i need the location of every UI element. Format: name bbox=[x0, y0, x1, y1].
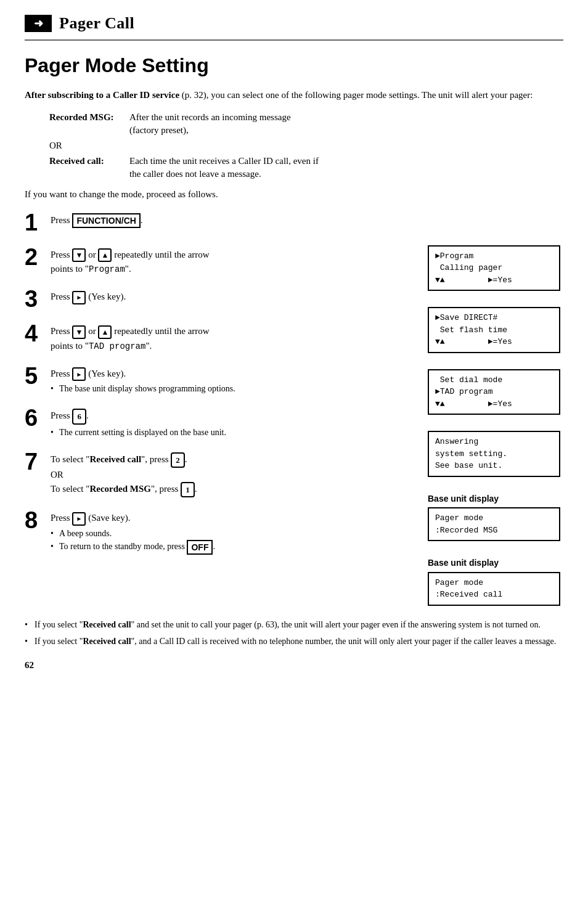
step-num-8: 8 bbox=[25, 508, 51, 532]
intro-text: After subscribing to a Caller ID service… bbox=[25, 88, 563, 102]
header-rule bbox=[25, 39, 563, 41]
lcd-display-5: Pager mode :Recorded MSG bbox=[428, 507, 560, 541]
down-arrow-key-4: ▼ bbox=[72, 325, 86, 339]
step-8-sub-2: To return to the standby mode, press OFF… bbox=[51, 540, 415, 555]
display-group-4: Answering system setting. See base unit. bbox=[428, 431, 563, 477]
up-arrow-key-4: ▲ bbox=[98, 325, 112, 339]
footer-notes: If you select "Received call" and set th… bbox=[25, 618, 563, 648]
desc-section: Recorded MSG: After the unit records an … bbox=[49, 111, 563, 181]
step-num-1: 1 bbox=[25, 211, 51, 234]
function-ch-key: FUNCTION/CH bbox=[72, 213, 140, 228]
lcd-display-4: Answering system setting. See base unit. bbox=[428, 431, 560, 477]
play-key-3: ► bbox=[72, 291, 86, 304]
lcd-display-2: ►Save DIRECT# Set flash time ▼▲ ►=Yes bbox=[428, 307, 560, 353]
step-7: 7 To select "Received call", press 2. OR… bbox=[25, 450, 415, 498]
proceed-text: If you want to change the mode, proceed … bbox=[25, 188, 563, 201]
key-6: 6 bbox=[72, 409, 86, 425]
header-title: Pager Call bbox=[59, 12, 134, 35]
step-4: 4 Press ▼ or ▲ repeatedly until the arro… bbox=[25, 322, 415, 353]
step-5-subs: The base unit display shows programming … bbox=[51, 382, 415, 395]
desc-label-recorded: Recorded MSG: bbox=[49, 111, 129, 137]
step-num-3: 3 bbox=[25, 287, 51, 311]
steps-left: 1 Press FUNCTION/CH. 2 Press ▼ or ▲ repe… bbox=[25, 211, 415, 606]
lcd-display-6: Pager mode :Received call bbox=[428, 572, 560, 606]
page-title: Pager Mode Setting bbox=[25, 52, 563, 80]
intro-bold: After subscribing to a Caller ID service bbox=[25, 90, 179, 100]
step-6: 6 Press 6. The current setting is displa… bbox=[25, 406, 415, 439]
step-content-3: Press ► (Yes key). bbox=[51, 287, 415, 304]
display-group-5: Base unit display Pager mode :Recorded M… bbox=[428, 493, 563, 542]
base-unit-label-1: Base unit display bbox=[428, 493, 563, 505]
step-3: 3 Press ► (Yes key). bbox=[25, 287, 415, 311]
header-arrow-icon: ➜ bbox=[25, 15, 52, 32]
step-num-4: 4 bbox=[25, 322, 51, 345]
step-8-sub-1: A beep sounds. bbox=[51, 527, 415, 540]
step-8: 8 Press ► (Save key). A beep sounds. To … bbox=[25, 508, 415, 555]
footer-note-1: If you select "Received call" and set th… bbox=[25, 618, 563, 631]
step-num-7: 7 bbox=[25, 450, 51, 473]
intro-rest: (p. 32), you can select one of the follo… bbox=[179, 90, 533, 100]
lcd-display-1: ►Program Calling pager ▼▲ ►=Yes bbox=[428, 245, 560, 292]
display-group-1: ►Program Calling pager ▼▲ ►=Yes bbox=[428, 245, 563, 292]
step-5: 5 Press ► (Yes key). The base unit displ… bbox=[25, 364, 415, 396]
desc-label-received: Received call: bbox=[49, 155, 129, 181]
step-content-4: Press ▼ or ▲ repeatedly until the arrow … bbox=[51, 322, 415, 353]
step-6-sub-1: The current setting is displayed on the … bbox=[51, 426, 415, 439]
desc-content-recorded: After the unit records an incoming messa… bbox=[129, 111, 563, 137]
step-content-1: Press FUNCTION/CH. bbox=[51, 211, 415, 229]
header-bar: ➜ Pager Call bbox=[25, 12, 563, 35]
step-num-5: 5 bbox=[25, 364, 51, 388]
key-1: 1 bbox=[181, 482, 195, 498]
program-text: Program bbox=[89, 264, 125, 274]
desc-content-received: Each time the unit receives a Caller ID … bbox=[129, 155, 563, 181]
step-content-6: Press 6. The current setting is displaye… bbox=[51, 406, 415, 439]
page-number: 62 bbox=[25, 659, 563, 672]
or-line: OR bbox=[49, 139, 563, 152]
play-key-5: ► bbox=[72, 367, 86, 381]
tad-program-text: TAD program bbox=[89, 341, 145, 351]
base-unit-label-2: Base unit display bbox=[428, 557, 563, 569]
step-8-subs: A beep sounds. To return to the standby … bbox=[51, 527, 415, 555]
step-1: 1 Press FUNCTION/CH. bbox=[25, 211, 415, 234]
desc-row-recorded: Recorded MSG: After the unit records an … bbox=[49, 111, 563, 137]
display-group-6: Base unit display Pager mode :Received c… bbox=[428, 557, 563, 606]
step-2: 2 Press ▼ or ▲ repeatedly until the arro… bbox=[25, 245, 415, 277]
step-content-2: Press ▼ or ▲ repeatedly until the arrow … bbox=[51, 245, 415, 277]
received-call-label: Received call bbox=[89, 454, 141, 464]
desc-row-received: Received call: Each time the unit receiv… bbox=[49, 155, 563, 181]
step-5-sub-1: The base unit display shows programming … bbox=[51, 382, 415, 395]
down-arrow-key-2: ▼ bbox=[72, 248, 86, 262]
step-content-8: Press ► (Save key). A beep sounds. To re… bbox=[51, 508, 415, 555]
off-key: OFF bbox=[187, 540, 213, 555]
display-group-3: Set dial mode ►TAD program ▼▲ ►=Yes bbox=[428, 369, 563, 415]
step-content-5: Press ► (Yes key). The base unit display… bbox=[51, 364, 415, 396]
display-group-2: ►Save DIRECT# Set flash time ▼▲ ►=Yes bbox=[428, 307, 563, 353]
step-6-subs: The current setting is displayed on the … bbox=[51, 426, 415, 439]
steps-right: ►Program Calling pager ▼▲ ►=Yes ►Save DI… bbox=[428, 211, 563, 606]
recorded-msg-label: Recorded MSG bbox=[89, 484, 151, 494]
play-key-8: ► bbox=[72, 512, 86, 526]
step-num-6: 6 bbox=[25, 406, 51, 430]
key-2: 2 bbox=[171, 452, 185, 468]
lcd-display-3: Set dial mode ►TAD program ▼▲ ►=Yes bbox=[428, 369, 560, 415]
footer-note-2: If you select "Received call", and a Cal… bbox=[25, 635, 563, 648]
up-arrow-key-2: ▲ bbox=[98, 248, 112, 262]
step-content-7: To select "Received call", press 2. OR T… bbox=[51, 450, 415, 498]
step-num-2: 2 bbox=[25, 245, 51, 269]
steps-area: 1 Press FUNCTION/CH. 2 Press ▼ or ▲ repe… bbox=[25, 211, 563, 606]
